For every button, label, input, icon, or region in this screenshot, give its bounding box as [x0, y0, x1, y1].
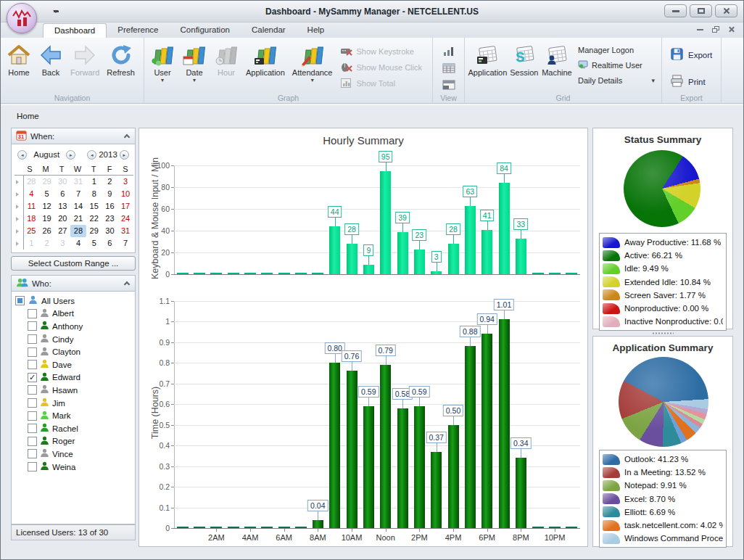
home-button[interactable]: Home	[3, 40, 35, 93]
user-row-all-users[interactable]: All Users	[13, 295, 133, 308]
user-checkbox[interactable]	[28, 360, 37, 369]
user-checkbox[interactable]	[28, 309, 37, 318]
user-checkbox[interactable]	[28, 321, 37, 331]
week-select-arrow-icon[interactable]	[16, 217, 19, 221]
user-checkbox[interactable]	[28, 398, 37, 408]
calendar-day[interactable]: 29	[86, 225, 102, 237]
calendar-day[interactable]: 16	[102, 200, 118, 213]
manager-logon-link[interactable]: Manager Logon	[578, 46, 655, 54]
calendar-day[interactable]: 19	[39, 213, 55, 225]
view-grid-button[interactable]	[441, 61, 457, 75]
calendar-day[interactable]: 7	[70, 188, 86, 200]
user-row[interactable]: Cindy	[13, 333, 133, 346]
user-row[interactable]: Anthony	[13, 320, 133, 333]
calendar-day[interactable]: 12	[39, 200, 55, 213]
calendar-day[interactable]: 2	[102, 176, 118, 188]
back-button[interactable]: Back	[35, 40, 67, 93]
graph-attendance-button[interactable]: Attendance ▾	[289, 40, 336, 93]
mdi-restore-icon[interactable]	[712, 26, 719, 33]
user-row[interactable]: Vince	[13, 448, 133, 461]
calendar-day[interactable]: 28	[23, 176, 39, 188]
calendar-day[interactable]: 8	[86, 188, 102, 200]
calendar-day[interactable]: 5	[86, 237, 102, 250]
calendar-day[interactable]: 9	[102, 188, 118, 200]
mdi-close-icon[interactable]	[728, 26, 735, 33]
tab-dashboard[interactable]: Dashboard	[43, 23, 107, 38]
calendar-day[interactable]: 3	[117, 176, 133, 188]
calendar-day[interactable]: 31	[117, 225, 133, 237]
calendar-day[interactable]: 23	[102, 213, 118, 225]
user-row[interactable]: ✓Edward	[13, 371, 133, 384]
grid-machine-button[interactable]: Machine	[540, 40, 574, 93]
user-row[interactable]: Roger	[13, 435, 133, 448]
calendar-day[interactable]: 1	[86, 176, 102, 188]
user-checkbox[interactable]: ✓	[28, 373, 37, 382]
calendar-day[interactable]: 11	[23, 200, 39, 213]
calendar-day[interactable]: 30	[102, 225, 118, 237]
all-users-checkbox[interactable]	[15, 296, 25, 305]
user-checkbox[interactable]	[28, 385, 37, 395]
week-select-arrow-icon[interactable]	[16, 229, 19, 234]
user-row[interactable]: Weina	[13, 461, 133, 474]
calendar-day[interactable]: 5	[39, 188, 55, 200]
app-logo-icon[interactable]	[7, 3, 37, 33]
year-next-button[interactable]: ▸	[120, 150, 129, 160]
calendar-day[interactable]: 24	[117, 213, 133, 225]
refresh-button[interactable]: Refresh	[103, 40, 139, 93]
calendar-day[interactable]: 26	[39, 225, 55, 237]
quick-access-dropdown-icon[interactable]	[50, 7, 62, 17]
grid-application-button[interactable]: Application	[467, 40, 508, 93]
user-checkbox[interactable]	[28, 449, 37, 458]
calendar-day[interactable]: 4	[70, 237, 86, 250]
calendar-day[interactable]: 27	[54, 225, 70, 237]
user-row[interactable]: Dave	[13, 358, 133, 371]
grid-session-button[interactable]: S Session	[508, 40, 540, 93]
tab-help[interactable]: Help	[297, 23, 336, 38]
user-checkbox[interactable]	[28, 437, 37, 446]
calendar-day[interactable]: 6	[54, 188, 70, 200]
user-row[interactable]: Mark	[13, 409, 133, 422]
tab-calendar[interactable]: Calendar	[241, 23, 297, 38]
maximize-button[interactable]	[690, 4, 712, 17]
calendar-day[interactable]: 22	[86, 213, 102, 225]
mdi-minimize-icon[interactable]	[697, 29, 703, 30]
panel-splitter[interactable]	[592, 330, 733, 336]
graph-user-button[interactable]: User ▾	[146, 40, 178, 93]
month-prev-button[interactable]: ◂	[17, 150, 27, 160]
who-section-header[interactable]: Who:	[11, 275, 136, 292]
user-checkbox[interactable]	[28, 462, 37, 472]
calendar-day[interactable]: 18	[23, 213, 39, 225]
week-select-arrow-icon[interactable]	[16, 180, 19, 184]
user-row[interactable]: Rachel	[13, 422, 133, 435]
calendar-day[interactable]: 28	[70, 225, 86, 237]
month-next-button[interactable]: ▸	[66, 150, 75, 160]
week-select-arrow-icon[interactable]	[16, 242, 19, 246]
calendar-day[interactable]: 21	[70, 213, 86, 225]
tab-configuration[interactable]: Configuration	[170, 23, 241, 38]
calendar-day[interactable]: 31	[70, 176, 86, 188]
calendar-day[interactable]: 29	[39, 176, 55, 188]
tab-preference[interactable]: Preference	[107, 23, 169, 38]
calendar-day[interactable]: 14	[70, 200, 86, 213]
realtime-user-link[interactable]: Realtime User	[578, 60, 655, 70]
week-select-arrow-icon[interactable]	[16, 205, 19, 209]
calendar-day[interactable]: 10	[117, 188, 133, 200]
calendar-day[interactable]: 17	[117, 200, 133, 213]
collapse-chevron-icon[interactable]	[124, 134, 130, 140]
calendar-day[interactable]: 13	[54, 200, 70, 213]
calendar-day[interactable]: 20	[54, 213, 70, 225]
user-checkbox[interactable]	[28, 334, 37, 344]
calendar-day[interactable]: 6	[102, 237, 118, 250]
print-button[interactable]: Print	[670, 74, 712, 89]
user-row[interactable]: Clayton	[13, 345, 133, 358]
minimize-button[interactable]	[664, 4, 687, 17]
calendar-day[interactable]: 25	[23, 225, 39, 237]
calendar-day[interactable]: 30	[54, 176, 70, 188]
calendar-day[interactable]: 1	[23, 237, 39, 250]
select-custom-range-button[interactable]: Select Custom Range ...	[11, 256, 136, 271]
export-button[interactable]: Export	[670, 47, 712, 62]
user-checkbox[interactable]	[28, 347, 37, 357]
user-row[interactable]: Hsawn	[13, 384, 133, 397]
week-select-arrow-icon[interactable]	[16, 192, 19, 197]
calendar-day[interactable]: 2	[39, 237, 55, 250]
